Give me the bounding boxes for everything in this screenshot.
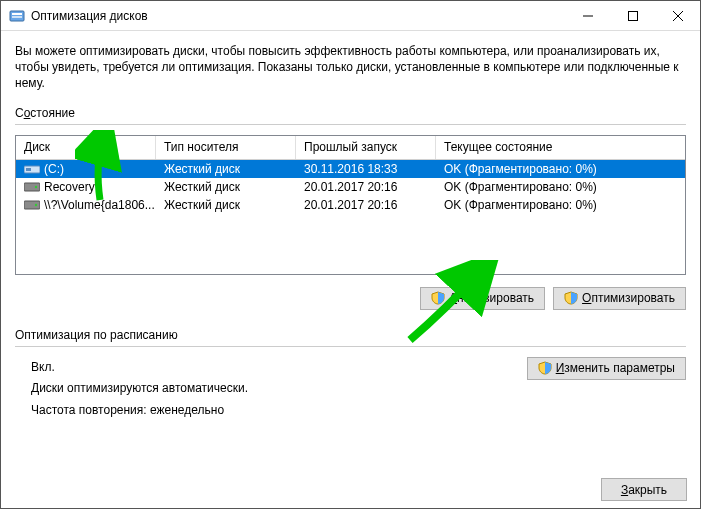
- divider: [15, 346, 686, 347]
- svg-rect-9: [24, 183, 40, 191]
- cell-lastrun: 20.01.2017 20:16: [296, 198, 436, 212]
- schedule-info: Вкл. Диски оптимизируются автоматически.…: [15, 357, 527, 422]
- col-disk[interactable]: Диск: [16, 136, 156, 159]
- cell-lastrun: 20.01.2017 20:16: [296, 180, 436, 194]
- hdd-icon: [24, 199, 40, 211]
- schedule-section-label: Оптимизация по расписанию: [15, 328, 686, 342]
- col-media[interactable]: Тип носителя: [156, 136, 296, 159]
- titlebar: Оптимизация дисков: [1, 1, 700, 31]
- shield-icon: [431, 291, 445, 305]
- shield-icon: [564, 291, 578, 305]
- svg-rect-11: [24, 201, 40, 209]
- maximize-button[interactable]: [610, 1, 655, 30]
- close-button[interactable]: [655, 1, 700, 30]
- intro-text: Вы можете оптимизировать диски, чтобы по…: [15, 43, 686, 92]
- column-headers: Диск Тип носителя Прошлый запуск Текущее…: [16, 136, 685, 160]
- cell-state: OK (Фрагментировано: 0%): [436, 162, 685, 176]
- svg-rect-2: [12, 16, 22, 18]
- shield-icon: [538, 361, 552, 375]
- col-lastrun[interactable]: Прошлый запуск: [296, 136, 436, 159]
- table-row[interactable]: \\?\Volume{da1806...Жесткий диск20.01.20…: [16, 196, 685, 214]
- minimize-icon: [583, 11, 593, 21]
- svg-rect-4: [628, 11, 637, 20]
- schedule-line2: Частота повторения: еженедельно: [31, 400, 527, 422]
- minimize-button[interactable]: [565, 1, 610, 30]
- drive-icon: [24, 163, 40, 175]
- cell-lastrun: 30.11.2016 18:33: [296, 162, 436, 176]
- table-row[interactable]: RecoveryЖесткий диск20.01.2017 20:16OK (…: [16, 178, 685, 196]
- analyze-button[interactable]: Анализировать: [420, 287, 545, 310]
- app-icon: [9, 8, 25, 24]
- disk-name: (C:): [44, 162, 64, 176]
- svg-rect-8: [26, 168, 31, 171]
- schedule-status: Вкл.: [31, 357, 527, 379]
- maximize-icon: [628, 11, 638, 21]
- cell-disk: (C:): [16, 162, 156, 176]
- cell-disk: Recovery: [16, 180, 156, 194]
- cell-media: Жесткий диск: [156, 180, 296, 194]
- col-state[interactable]: Текущее состояние: [436, 136, 685, 159]
- drive-list[interactable]: Диск Тип носителя Прошлый запуск Текущее…: [15, 135, 686, 275]
- svg-point-12: [35, 203, 37, 205]
- disk-name: Recovery: [44, 180, 95, 194]
- cell-disk: \\?\Volume{da1806...: [16, 198, 156, 212]
- change-settings-button[interactable]: Изменить параметры: [527, 357, 686, 380]
- hdd-icon: [24, 181, 40, 193]
- close-dialog-button[interactable]: Закрыть: [601, 478, 687, 501]
- svg-rect-1: [12, 13, 22, 15]
- schedule-line1: Диски оптимизируются автоматически.: [31, 378, 527, 400]
- window-title: Оптимизация дисков: [31, 9, 148, 23]
- table-row[interactable]: (C:)Жесткий диск30.11.2016 18:33OK (Фраг…: [16, 160, 685, 178]
- cell-state: OK (Фрагментировано: 0%): [436, 198, 685, 212]
- cell-state: OK (Фрагментировано: 0%): [436, 180, 685, 194]
- cell-media: Жесткий диск: [156, 162, 296, 176]
- divider: [15, 124, 686, 125]
- disk-name: \\?\Volume{da1806...: [44, 198, 155, 212]
- cell-media: Жесткий диск: [156, 198, 296, 212]
- close-icon: [673, 11, 683, 21]
- svg-point-10: [35, 185, 37, 187]
- optimize-button[interactable]: Оптимизировать: [553, 287, 686, 310]
- status-section-label: Состояние: [15, 106, 686, 120]
